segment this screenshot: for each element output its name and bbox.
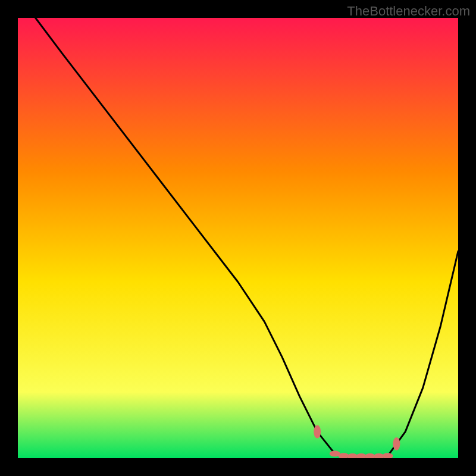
gradient-background	[18, 18, 458, 458]
optimal-marker	[314, 425, 321, 439]
optimal-marker	[393, 437, 400, 450]
plot-area	[18, 18, 458, 458]
bottleneck-chart	[18, 18, 458, 458]
chart-container: TheBottlenecker.com	[0, 0, 476, 476]
watermark-text: TheBottlenecker.com	[347, 4, 470, 19]
